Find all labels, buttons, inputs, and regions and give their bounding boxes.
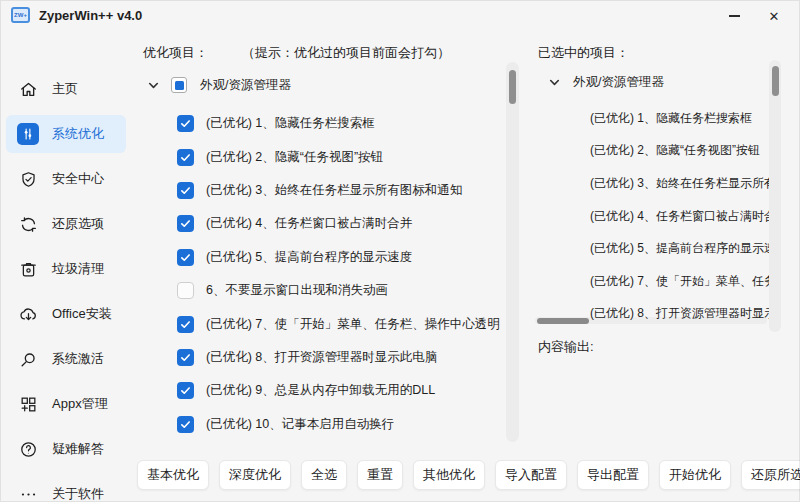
checkbox-unchecked-icon[interactable] [177,282,194,299]
selected-item[interactable]: (已优化) 5、提高前台程序的显示速度 [590,232,777,265]
optimize-items-label: 优化项目： [143,44,208,62]
select-all-button[interactable]: 全选 [301,460,347,490]
optimize-item-label: (已优化) 2、隐藏“任务视图”按钮 [206,149,383,166]
optimize-item-label: (已优化) 4、任务栏窗口被占满时合并 [206,215,412,232]
sidebar-item-about[interactable]: 关于软件 [6,475,126,502]
optimize-item-row[interactable]: (已优化) 2、隐藏“任务视图”按钮 [177,140,503,173]
sidebar-item-label: Office安装 [52,305,112,323]
optimize-item-row[interactable]: (已优化) 3、始终在任务栏显示所有图标和通知 [177,174,503,207]
grid-icon [17,393,39,415]
selected-list-horizontal-scrollbar[interactable] [535,317,767,324]
minimize-button[interactable] [714,0,754,32]
selected-group-row[interactable]: 外观/资源管理器 [548,71,664,93]
optimize-item-list: (已优化) 1、隐藏任务栏搜索框(已优化) 2、隐藏“任务视图”按钮(已优化) … [177,107,503,441]
selected-item[interactable]: (已优化) 2、隐藏“任务视图”按钮 [590,135,777,168]
optimize-item-row[interactable]: (已优化) 7、使「开始」菜单、任务栏、操作中心透明 [177,307,503,340]
optimize-item-row[interactable]: (已优化) 8、打开资源管理器时显示此电脑 [177,341,503,374]
sidebar-item-junk-cleanup[interactable]: 垃圾清理 [6,250,126,288]
group-row-appearance[interactable]: 外观/资源管理器 [147,74,291,96]
checkbox-checked-icon[interactable] [177,316,194,333]
sidebar-item-troubleshooting[interactable]: 疑难解答 [6,430,126,468]
optimize-item-label: 6、不要显示窗口出现和消失动画 [206,282,388,299]
window-title: ZyperWin++ v4.0 [39,0,142,32]
sidebar-item-system-optimization[interactable]: 系统优化 [6,115,126,153]
optimize-item-row[interactable]: (已优化) 9、总是从内存中卸载无用的DLL [177,374,503,407]
sidebar: 主页系统优化安全中心还原选项垃圾清理Office安装系统激活Appx管理疑难解答… [6,32,126,496]
selected-item[interactable]: (已优化) 8、打开资源管理器时显示此电脑 [590,298,777,331]
content-output-label: 内容输出: [538,338,594,356]
minimize-icon [729,15,740,17]
sidebar-item-office-install[interactable]: Office安装 [6,295,126,333]
checkbox-checked-icon[interactable] [177,249,194,266]
sidebar-item-label: 疑难解答 [52,440,104,458]
selected-list-vertical-scrollbar[interactable] [769,60,781,332]
shield-check-icon [17,168,39,190]
sidebar-item-label: 系统激活 [52,350,104,368]
main-list-scrollbar[interactable] [506,62,519,442]
checkbox-checked-icon[interactable] [177,149,194,166]
sidebar-item-label: Appx管理 [52,395,108,413]
selected-item[interactable]: (已优化) 1、隐藏任务栏搜索框 [590,102,777,135]
chevron-down-icon[interactable] [548,76,561,89]
home-icon [17,78,39,100]
optimize-header: 优化项目： （提示：优化过的项目前面会打勾） [143,44,450,62]
cloud-download-icon [17,303,39,325]
sliders-icon [17,123,39,145]
sidebar-item-system-activation[interactable]: 系统激活 [6,340,126,378]
optimize-item-row[interactable]: 6、不要显示窗口出现和消失动画 [177,274,503,307]
footer-toolbar: 基本优化深度优化全选重置其他优化导入配置导出配置开始优化还原所选 [137,460,800,490]
selected-item[interactable]: (已优化) 7、使「开始」菜单、任务栏、操作中心透明 [590,265,777,298]
sidebar-item-label: 关于软件 [52,485,104,502]
question-icon [17,438,39,460]
sidebar-item-security-center[interactable]: 安全中心 [6,160,126,198]
sidebar-item-home[interactable]: 主页 [6,70,126,108]
basic-optimize-button[interactable]: 基本优化 [137,460,209,490]
scrollbar-thumb[interactable] [509,70,516,104]
restore-selected-button[interactable]: 还原所选 [741,460,800,490]
checkbox-checked-icon[interactable] [177,182,194,199]
optimize-item-label: (已优化) 3、始终在任务栏显示所有图标和通知 [206,182,462,199]
selected-items-label: 已选中的项目： [538,44,629,62]
chevron-down-icon[interactable] [147,79,160,92]
other-optimize-button[interactable]: 其他优化 [413,460,485,490]
checkbox-checked-icon[interactable] [177,416,194,433]
deep-optimize-button[interactable]: 深度优化 [219,460,291,490]
scrollbar-thumb[interactable] [537,318,589,324]
optimize-item-label: (已优化) 5、提高前台程序的显示速度 [206,249,412,266]
optimize-item-row[interactable]: (已优化) 1、隐藏任务栏搜索框 [177,107,503,140]
group-checkbox-indeterminate[interactable] [171,77,187,93]
trash-icon [17,258,39,280]
indeterminate-mark [175,81,184,90]
sidebar-item-label: 系统优化 [52,125,104,143]
start-optimize-button[interactable]: 开始优化 [659,460,731,490]
checkbox-checked-icon[interactable] [177,349,194,366]
optimize-item-label: (已优化) 1、隐藏任务栏搜索框 [206,115,375,132]
sidebar-item-label: 主页 [52,80,78,98]
sidebar-item-label: 垃圾清理 [52,260,104,278]
import-config-button[interactable]: 导入配置 [495,460,567,490]
optimize-item-label: (已优化) 9、总是从内存中卸载无用的DLL [206,382,435,399]
search-icon [17,348,39,370]
selected-group-label: 外观/资源管理器 [573,74,664,91]
optimize-item-label: (已优化) 7、使「开始」菜单、任务栏、操作中心透明 [206,316,500,333]
selected-item[interactable]: (已优化) 4、任务栏窗口被占满时合并 [590,200,777,233]
close-icon: ✕ [769,9,780,24]
sync-icon [17,213,39,235]
checkbox-checked-icon[interactable] [177,115,194,132]
sidebar-item-label: 安全中心 [52,170,104,188]
close-button[interactable]: ✕ [754,0,794,32]
checkbox-checked-icon[interactable] [177,382,194,399]
selected-item[interactable]: (已优化) 3、始终在任务栏显示所有图标和通知 [590,167,777,200]
app-logo-icon: ZW+ [11,7,30,23]
checkbox-checked-icon[interactable] [177,215,194,232]
reset-button[interactable]: 重置 [357,460,403,490]
optimize-item-row[interactable]: (已优化) 4、任务栏窗口被占满时合并 [177,207,503,240]
optimize-item-row[interactable]: (已优化) 5、提高前台程序的显示速度 [177,241,503,274]
optimize-item-row[interactable]: (已优化) 10、记事本启用自动换行 [177,408,503,441]
optimize-hint: （提示：优化过的项目前面会打勾） [242,44,450,62]
scrollbar-thumb[interactable] [772,66,779,96]
titlebar: ZW+ ZyperWin++ v4.0 ✕ [0,0,800,32]
export-config-button[interactable]: 导出配置 [577,460,649,490]
sidebar-item-appx-management[interactable]: Appx管理 [6,385,126,423]
sidebar-item-restore-options[interactable]: 还原选项 [6,205,126,243]
